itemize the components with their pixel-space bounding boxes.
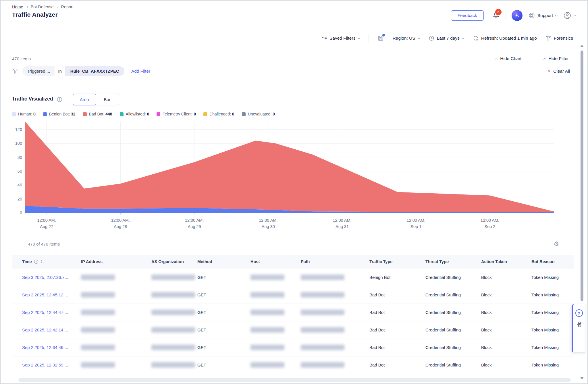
gear-icon[interactable]: ⚙ (554, 240, 559, 247)
column-header-threat_type[interactable]: Threat Type (425, 255, 481, 269)
traffic-area-chart[interactable]: 02040608010012012:00 AM,Aug 2712:00 AM,A… (12, 120, 574, 234)
time-link[interactable]: Sep 2 2025, 12:44:47.... (22, 310, 68, 315)
cell-path (301, 339, 369, 356)
redacted-value (301, 292, 344, 298)
cell-time[interactable]: Sep 2 2025, 12:45:12.... (12, 286, 81, 304)
support-menu[interactable]: Support (528, 12, 557, 19)
cell-host (250, 286, 301, 304)
help-tab[interactable]: ? Help (572, 304, 585, 353)
cell-time[interactable]: Sep 2 2025, 12:44:47.... (12, 304, 81, 321)
header-left: Home Bot Defense Report Traffic Analyzer (12, 5, 74, 26)
ai-assistant-button[interactable] (512, 10, 523, 21)
column-header-action_taken[interactable]: Action Taken (481, 255, 531, 269)
filter-chip[interactable]: Triggered ... In Rule_CB_AFXXXTZPEC (22, 66, 124, 76)
legend-swatch (83, 112, 87, 116)
toolbar: Saved Filters Region: US Last 7 days Ref… (1, 26, 587, 48)
cell-ip (81, 269, 151, 286)
column-header-host[interactable]: Host (250, 255, 301, 269)
filter-value[interactable]: Rule_CB_AFXXXTZPEC (65, 66, 124, 76)
legend-item[interactable]: Benign Bot: 32 (43, 112, 76, 116)
cell-as_org (151, 339, 197, 356)
items-count: 470 items (12, 56, 31, 61)
close-icon: ✕ (547, 69, 551, 74)
saved-filters-dropdown[interactable]: Saved Filters (321, 36, 360, 41)
column-header-bot_reason[interactable]: Bot Reason (531, 255, 574, 269)
add-filter-button[interactable]: Add Filter (131, 69, 150, 74)
chevron-down-icon (462, 36, 464, 39)
column-header-time[interactable]: Time ▲▼ (12, 255, 81, 269)
redacted-value (151, 345, 195, 350)
cell-time[interactable]: Sep 3 2025, 2:07:36.7... (12, 269, 81, 286)
breadcrumb-report[interactable]: Report (61, 5, 74, 9)
notifications-button[interactable]: 2 (492, 11, 500, 20)
legend-item[interactable]: Unevaluated: 0 (242, 112, 275, 116)
cell-method: GET (197, 356, 250, 374)
table-row[interactable]: Sep 2 2025, 12:45:12....GETBad BotCreden… (12, 286, 574, 304)
feedback-button[interactable]: Feedback (451, 10, 484, 21)
chart-title[interactable]: Traffic Visualized (12, 96, 53, 103)
hide-chart-button[interactable]: Hide Chart (496, 56, 521, 61)
cell-host (250, 321, 301, 339)
column-header-method[interactable]: Method (197, 255, 250, 269)
cell-ip (81, 339, 151, 356)
hide-filter-label: Hide Filter (548, 56, 569, 61)
region-dropdown[interactable]: Region: US (392, 36, 420, 41)
scroll-up-icon[interactable] (580, 45, 584, 47)
time-link[interactable]: Sep 2 2025, 12:42:14.... (22, 327, 68, 332)
legend-item[interactable]: Challenged: 0 (203, 112, 234, 116)
legend-item[interactable]: Human: 0 (12, 112, 36, 116)
time-link[interactable]: Sep 2 2025, 12:34:46.... (22, 345, 68, 350)
table-row[interactable]: Sep 2 2025, 12:42:14....GETBad BotCreden… (12, 321, 574, 339)
hide-filter-button[interactable]: Hide Filter (544, 56, 569, 61)
cell-path (301, 321, 369, 339)
cell-method: GET (197, 304, 250, 321)
area-toggle-button[interactable]: Area (73, 94, 96, 105)
scroll-down-icon[interactable] (580, 377, 584, 379)
breadcrumb-home[interactable]: Home (12, 5, 23, 9)
legend-item[interactable]: Telemetry Client: 0 (157, 112, 196, 116)
column-header-traffic_type[interactable]: Traffic Type (369, 255, 425, 269)
filter-operator[interactable]: In (55, 66, 65, 76)
cell-time[interactable]: Sep 2 2025, 12:32:59.... (12, 356, 81, 374)
svg-text:12:00 AM,: 12:00 AM, (407, 218, 425, 223)
legend-item[interactable]: Allowlisted: 0 (120, 112, 149, 116)
user-menu[interactable] (563, 11, 576, 20)
table-row[interactable]: Sep 2 2025, 12:34:46....GETBad BotCreden… (12, 339, 574, 356)
table-body: Sep 3 2025, 2:07:36.7...GETBenign BotCre… (12, 269, 574, 374)
table-row[interactable]: Sep 3 2025, 2:07:36.7...GETBenign BotCre… (12, 269, 574, 286)
legend-label: Telemetry Client: 0 (163, 112, 196, 116)
time-link[interactable]: Sep 2 2025, 12:32:59.... (22, 362, 68, 367)
column-header-as_org[interactable]: AS Organization (151, 255, 197, 269)
refresh-button[interactable]: Refresh: Updated 1 min ago (473, 35, 537, 41)
breadcrumb-bot-defense[interactable]: Bot Defense (31, 5, 54, 9)
scrollbar-thumb[interactable] (581, 51, 583, 301)
cell-action_taken: Block (481, 304, 531, 321)
cell-as_org (151, 286, 197, 304)
header-divider (506, 11, 506, 20)
time-link[interactable]: Sep 3 2025, 2:07:36.7... (22, 275, 68, 280)
svg-text:0: 0 (20, 211, 22, 215)
save-filter-button[interactable] (377, 35, 384, 41)
time-range-dropdown[interactable]: Last 7 days (429, 35, 464, 41)
table-row[interactable]: Sep 2 2025, 12:44:47....GETBad BotCreden… (12, 304, 574, 321)
legend-item[interactable]: Bad Bot: 448 (83, 112, 112, 116)
clear-all-button[interactable]: ✕ Clear All (547, 69, 570, 74)
sort-toggle-icon[interactable]: ▲▼ (41, 260, 43, 263)
forensics-button[interactable]: Forensics (545, 36, 573, 41)
redacted-value (301, 310, 344, 315)
table-row[interactable]: Sep 2 2025, 12:32:59....GETBad BotCreden… (12, 356, 574, 374)
column-label: Action Taken (481, 259, 507, 264)
column-header-path[interactable]: Path (301, 255, 369, 269)
info-icon[interactable] (57, 97, 62, 102)
time-link[interactable]: Sep 2 2025, 12:45:12.... (22, 292, 68, 297)
column-label: IP Address (81, 259, 103, 264)
horizontal-scrollbar[interactable] (18, 378, 571, 382)
cell-time[interactable]: Sep 2 2025, 12:34:46.... (12, 339, 81, 356)
column-header-ip[interactable]: IP Address (81, 255, 151, 269)
info-icon[interactable] (34, 259, 38, 264)
cell-time[interactable]: Sep 2 2025, 12:42:14.... (12, 321, 81, 339)
bar-toggle-button[interactable]: Bar (96, 94, 119, 105)
funnel-icon (12, 68, 18, 74)
cell-bot_reason: Token Missing (531, 321, 574, 339)
filter-field[interactable]: Triggered ... (22, 66, 55, 76)
